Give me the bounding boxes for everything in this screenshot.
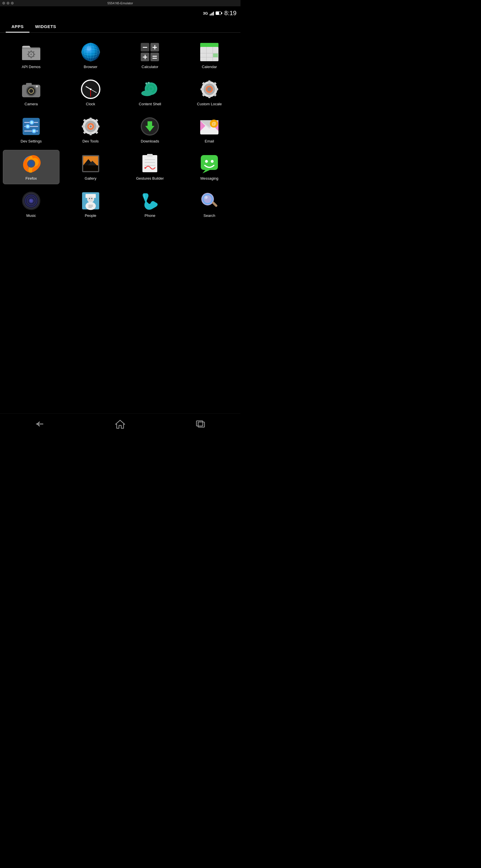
gallery-icon [81,153,101,174]
svg-point-62 [146,83,147,84]
app-messaging[interactable]: Messaging [181,150,238,184]
clock-label: Clock [86,102,95,107]
gestures-builder-icon [139,153,160,174]
svg-rect-154 [212,201,218,207]
app-dev-tools[interactable]: Dev Tools [62,113,119,147]
svg-point-54 [150,87,153,90]
svg-rect-29 [154,45,155,50]
gestures-builder-label: Gestures Builder [136,176,164,181]
signal-bar-4 [213,12,214,16]
svg-point-114 [28,161,34,166]
dev-settings-icon [21,116,41,137]
phone-icon [139,190,160,211]
app-music[interactable]: Music [3,187,60,221]
signal-icon [210,11,214,16]
svg-point-139 [22,192,40,210]
svg-text:@: @ [212,121,216,126]
battery-fill [216,12,219,14]
api-demos-icon [21,42,41,62]
svg-rect-157 [196,421,203,426]
svg-point-91 [90,125,92,128]
network-type: 3G [203,11,208,16]
app-gallery[interactable]: Gallery [62,150,119,184]
app-email[interactable]: @ Email [181,113,238,147]
signal-bar-1 [210,14,211,16]
email-icon: @ [199,116,220,137]
svg-rect-120 [83,165,98,171]
app-calculator[interactable]: Calculator [122,38,179,73]
downloads-label: Downloads [141,139,159,144]
messaging-label: Messaging [200,176,219,181]
svg-point-144 [88,196,94,202]
api-demos-label: API Demos [22,65,41,69]
svg-point-146 [91,198,92,199]
home-button[interactable] [111,418,129,430]
maximize-dot[interactable] [11,2,14,5]
svg-rect-92 [90,118,92,120]
downloads-icon [139,116,160,137]
svg-rect-26 [151,53,159,61]
clock-face [81,80,100,99]
svg-rect-32 [153,56,157,57]
svg-point-126 [145,167,146,169]
svg-rect-8 [31,57,32,58]
phone-label: Phone [145,213,156,218]
dev-settings-label: Dev Settings [21,139,42,144]
tab-apps[interactable]: APPS [6,20,29,32]
svg-point-129 [205,160,208,163]
svg-marker-128 [202,170,210,174]
svg-rect-125 [147,154,153,157]
recents-button[interactable] [192,418,209,430]
svg-rect-72 [215,88,218,90]
app-camera[interactable]: Camera [3,75,60,110]
clock-icon [81,79,101,99]
app-clock[interactable]: Clock [62,75,119,110]
back-button[interactable] [31,418,49,430]
app-custom-locale[interactable]: Custom Locale [181,75,238,110]
app-phone[interactable]: Phone [122,187,179,221]
title-bar: 5554:N5-Emulator [0,0,241,6]
calculator-icon [139,42,160,62]
svg-rect-33 [153,58,157,59]
tab-widgets[interactable]: WIDGETS [29,20,62,32]
app-search[interactable]: Search [181,187,238,221]
app-gestures-builder[interactable]: Gestures Builder [122,150,179,184]
minimize-dot[interactable] [7,2,9,5]
svg-rect-7 [31,50,32,52]
window-title: 5554:N5-Emulator [107,1,133,5]
camera-icon [21,79,41,99]
tab-bar: APPS WIDGETS [0,20,241,33]
app-content-shell[interactable]: Content Shell [122,75,179,110]
search-label: Search [203,213,215,218]
app-firefox[interactable]: Firefox [3,150,60,184]
music-label: Music [26,213,36,218]
svg-point-80 [30,121,33,124]
content-shell-icon [139,79,160,99]
svg-point-155 [205,196,207,198]
search-icon [199,190,220,211]
firefox-icon [21,153,41,174]
svg-point-6 [30,53,32,56]
svg-rect-147 [88,205,93,206]
recents-icon [195,420,205,428]
signal-bar-3 [212,12,213,16]
app-dev-settings[interactable]: Dev Settings [3,113,60,147]
app-calendar[interactable]: Calendar [181,38,238,73]
app-downloads[interactable]: Downloads [122,113,179,147]
svg-point-63 [149,83,149,83]
second-hand [90,89,91,97]
battery-icon [216,11,221,15]
svg-rect-71 [200,88,203,90]
content-shell-label: Content Shell [139,102,161,107]
svg-point-55 [141,90,153,96]
app-api-demos[interactable]: API Demos [3,38,60,73]
signal-bar-2 [211,13,212,16]
calendar-icon [199,42,220,62]
messaging-icon [199,153,220,174]
clock-time: 8:19 [224,9,236,17]
app-people[interactable]: People [62,187,119,221]
close-dot[interactable] [2,2,5,5]
browser-label: Browser [84,65,98,69]
dev-tools-icon [81,116,101,137]
app-browser[interactable]: Browser [62,38,119,73]
